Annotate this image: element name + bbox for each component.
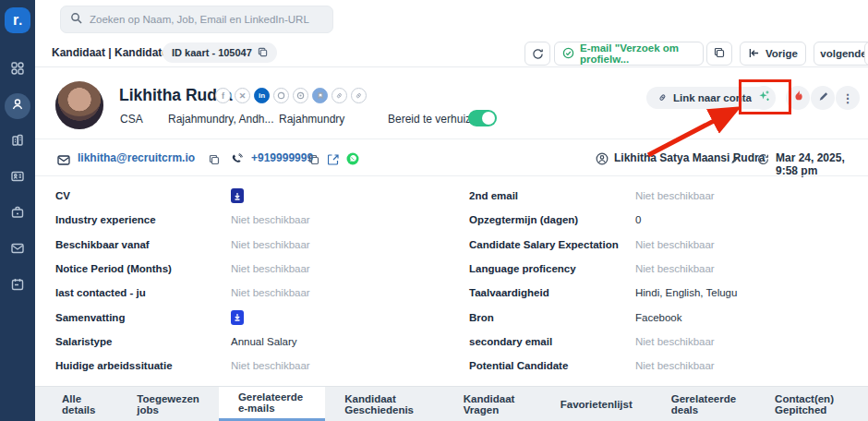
- logo-glyph: r.: [13, 13, 22, 28]
- more-menu-button[interactable]: ⋮: [836, 86, 860, 110]
- sidebar-item-jobs[interactable]: [5, 201, 30, 227]
- detail-value: Niet beschikbaar: [231, 214, 310, 225]
- detail-label: Bron: [469, 312, 635, 323]
- candidates-icon: [10, 97, 25, 115]
- tab-gerelateerde-deals[interactable]: Gerelateerde deals: [652, 387, 755, 421]
- detail-row: last contacted - juNiet beschikbaar: [55, 281, 452, 305]
- sidebar-nav: [0, 57, 35, 299]
- detail-label: CV: [55, 190, 231, 201]
- tab-favorietenlijst[interactable]: Favorietenlijst: [541, 387, 652, 421]
- detail-row: BronFacebook: [469, 305, 857, 329]
- email-status-button[interactable]: E-mail "Verzoek om profielw...: [554, 42, 704, 66]
- relocate-toggle[interactable]: [468, 110, 497, 126]
- detail-value: Niet beschikbaar: [635, 263, 715, 274]
- candidate-phone-link[interactable]: +919999999: [251, 151, 313, 164]
- detail-value: Niet beschikbaar: [231, 239, 310, 250]
- search-input[interactable]: [90, 14, 323, 25]
- detail-label: 2nd email: [469, 190, 635, 201]
- detail-label: Potential Candidate: [469, 360, 635, 371]
- divider: [35, 175, 868, 176]
- detail-value: Annual Salary: [231, 336, 297, 347]
- sidebar-item-calendar[interactable]: [5, 273, 30, 299]
- xing-icon[interactable]: [293, 88, 308, 103]
- edit-button[interactable]: [811, 86, 835, 110]
- history-clock-icon: [757, 152, 769, 169]
- link-icon[interactable]: [351, 88, 367, 103]
- facebook-icon[interactable]: f: [215, 88, 231, 103]
- link-icon[interactable]: [332, 88, 347, 103]
- details-column-left: CV Industry experienceNiet beschikbaar B…: [55, 184, 452, 378]
- candidate-location: Rajahmundry, Andh...: [168, 113, 274, 126]
- detail-value: Niet beschikbaar: [635, 239, 715, 250]
- detail-label: last contacted - ju: [55, 287, 231, 298]
- detail-value: Niet beschikbaar: [231, 287, 310, 298]
- sidebar-item-dashboard[interactable]: [5, 57, 30, 83]
- refresh-icon: [532, 48, 544, 60]
- next-button[interactable]: volgende: [814, 42, 868, 66]
- detail-row: SalaristypeAnnual Salary: [55, 330, 452, 354]
- detail-value: [231, 188, 244, 203]
- arrow-to-bar-left-icon: [748, 48, 760, 60]
- tab-kandidaat-vragen[interactable]: Kandidaat Vragen: [444, 387, 541, 421]
- detail-row: Language proficencyNiet beschikbaar: [469, 257, 857, 281]
- detail-label: Candidate Salary Expectation: [469, 239, 635, 250]
- sidebar-item-companies[interactable]: [5, 129, 30, 155]
- copy-icon[interactable]: [308, 152, 319, 169]
- tab-alle-details[interactable]: Alle details: [42, 387, 117, 421]
- sidebar-item-candidates[interactable]: [5, 93, 30, 119]
- contacts-icon: [10, 169, 25, 187]
- edit-external-icon[interactable]: [328, 152, 339, 169]
- whatsapp-icon[interactable]: [346, 152, 359, 169]
- search-icon: [70, 11, 82, 28]
- jobs-icon: [10, 205, 25, 223]
- candidate-avatar[interactable]: [55, 81, 103, 129]
- copy-icon: [714, 47, 725, 60]
- refresh-button[interactable]: [524, 42, 550, 66]
- detail-row: 2nd emailNiet beschikbaar: [469, 184, 857, 208]
- detail-value: Niet beschikbaar: [635, 360, 715, 371]
- linkedin-icon[interactable]: in: [254, 88, 270, 103]
- video-button[interactable]: [864, 42, 868, 66]
- tab-contacten-gepitched[interactable]: Contact(en) Gepitched: [755, 387, 868, 421]
- detail-value: [231, 310, 244, 325]
- subheader: Kandidaat | Kandidaten· ID kaart - 10504…: [35, 39, 868, 67]
- sidebar-item-email[interactable]: [5, 237, 30, 263]
- tab-kandidaat-geschiedenis[interactable]: Kandidaat Geschiedenis: [325, 387, 444, 421]
- detail-tabs: Alle details Toegewezen jobs Gerelateerd…: [35, 386, 868, 421]
- detail-value: 0: [635, 214, 641, 225]
- tab-toegewezen-jobs[interactable]: Toegewezen jobs: [117, 387, 219, 421]
- sidebar-item-contacts[interactable]: [5, 165, 30, 191]
- github-icon[interactable]: [273, 88, 289, 103]
- detail-row: Potential CandidateNiet beschikbaar: [469, 354, 857, 378]
- detail-label: Industry experience: [55, 214, 231, 225]
- document-download-icon[interactable]: [231, 310, 244, 325]
- tab-gerelateerde-emails[interactable]: Gerelateerde e-mails: [219, 387, 325, 421]
- x-twitter-icon[interactable]: ✕: [235, 88, 250, 103]
- candidate-id-badge[interactable]: ID kaart - 105047: [163, 42, 277, 63]
- social-links: f ✕ in: [215, 88, 367, 103]
- detail-row: Opzegtermijn (dagen)0: [469, 208, 857, 232]
- detail-row: Huidige arbeidssituatieNiet beschikbaar: [55, 354, 452, 378]
- document-download-icon[interactable]: [231, 188, 244, 203]
- detail-row: Industry experienceNiet beschikbaar: [55, 208, 452, 232]
- pencil-icon: [817, 90, 829, 106]
- dashboard-icon: [10, 61, 25, 79]
- candidate-title: CSA: [120, 113, 143, 126]
- copy-icon[interactable]: [258, 47, 268, 59]
- sidebar: r.: [0, 0, 35, 421]
- social-flag-icon[interactable]: [312, 88, 328, 103]
- detail-label: Taalvaardigheid: [469, 287, 635, 298]
- detail-label: secondary email: [469, 336, 635, 347]
- candidate-city: Rajahmundry: [279, 113, 344, 126]
- recruitcrm-logo[interactable]: r.: [5, 7, 30, 33]
- previous-button[interactable]: Vorige: [740, 42, 806, 66]
- candidate-email-link[interactable]: likhitha@recruitcrm.io: [78, 151, 195, 164]
- detail-label: Language proficency: [469, 263, 635, 274]
- candidate-detail-page: r.: [0, 0, 868, 421]
- copy-email-button[interactable]: [706, 42, 732, 66]
- topbar: [35, 0, 868, 39]
- detail-value: Niet beschikbaar: [635, 190, 715, 201]
- global-search[interactable]: [60, 6, 333, 33]
- detail-label: Notice Period (Months): [55, 263, 231, 274]
- copy-icon[interactable]: [209, 152, 220, 169]
